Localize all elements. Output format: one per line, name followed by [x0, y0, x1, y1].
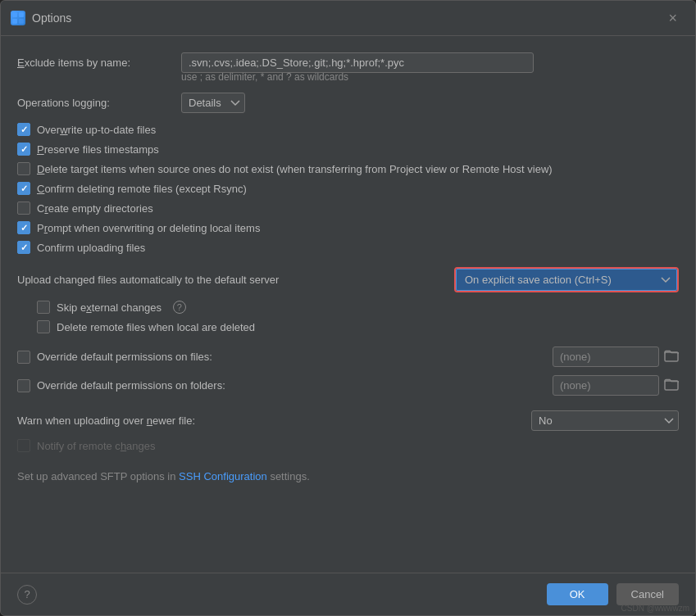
skip-external-help-icon[interactable]: ?	[173, 301, 186, 314]
checkbox-prompt: Prompt when overwriting or deleting loca…	[17, 221, 679, 234]
upload-label: Upload changed files automatically to th…	[17, 274, 454, 286]
svg-rect-1	[19, 12, 24, 17]
checkbox-delete-remote: Delete remote files when local are delet…	[17, 320, 679, 333]
close-button[interactable]: ×	[663, 9, 682, 27]
exclude-label: Exclude items by name:	[17, 57, 181, 69]
permissions-folders-input-wrap	[553, 375, 679, 396]
checkbox-overwrite-input[interactable]	[17, 123, 30, 136]
checkbox-skip-external-input[interactable]	[37, 301, 50, 314]
checkbox-overwrite: Overwrite up-to-date files	[17, 123, 679, 136]
svg-rect-2	[12, 19, 17, 24]
warn-select[interactable]: No Yes Ask	[531, 410, 679, 431]
checkbox-delete-target-input[interactable]	[17, 162, 30, 175]
checkbox-create-empty-input[interactable]	[17, 202, 30, 215]
checkbox-create-empty: Create empty directories	[17, 202, 679, 215]
checkbox-delete-target: Delete target items when source ones do …	[17, 162, 679, 175]
permissions-files-label: Override default permissions on files:	[37, 351, 212, 363]
permissions-folders-folder-icon[interactable]	[664, 378, 679, 394]
checkbox-notify: Notify of remote changes	[17, 439, 679, 452]
footer-buttons: OK Cancel	[547, 583, 679, 605]
dialog-title: Options	[32, 11, 71, 25]
permissions-files-folder-icon[interactable]	[664, 349, 679, 365]
upload-select-wrap: Never Always On explicit save action (Ct…	[454, 267, 679, 292]
checkbox-notify-input	[17, 439, 30, 452]
ssh-config-link[interactable]: SSH Configuration	[179, 470, 267, 482]
checkbox-confirm-deleting-input[interactable]	[17, 182, 30, 195]
upload-row: Upload changed files automatically to th…	[17, 267, 679, 292]
logging-label: Operations logging:	[17, 97, 181, 109]
permissions-files-row: Override default permissions on files:	[17, 346, 679, 367]
checkbox-preserve: Preserve files timestamps	[17, 143, 679, 156]
checkbox-confirm-uploading-input[interactable]	[17, 241, 30, 254]
permissions-folders-input[interactable]	[553, 375, 659, 396]
permissions-folders-row: Override default permissions on folders:	[17, 375, 679, 396]
checkbox-permissions-files[interactable]	[17, 351, 30, 364]
ok-button[interactable]: OK	[547, 583, 608, 605]
checkbox-confirm-deleting: Confirm deleting remote files (except Rs…	[17, 182, 679, 195]
logging-select-wrap: None Details All	[181, 93, 245, 113]
help-button[interactable]: ?	[17, 585, 37, 605]
exclude-input[interactable]	[181, 52, 534, 73]
svg-rect-0	[12, 12, 17, 17]
confirm-uploading-label: Confirm uploading files	[37, 242, 145, 254]
upload-select[interactable]: Never Always On explicit save action (Ct…	[456, 269, 677, 291]
permissions-files-input-wrap	[553, 346, 679, 367]
exclude-hint: use ; as delimiter, * and ? as wildcards	[181, 71, 679, 83]
checkbox-confirm-uploading: Confirm uploading files	[17, 241, 679, 254]
permissions-folders-label: Override default permissions on folders:	[37, 379, 225, 392]
checkbox-delete-remote-input[interactable]	[37, 320, 50, 333]
permissions-files-input[interactable]	[553, 346, 659, 367]
checkbox-permissions-folders[interactable]	[17, 379, 30, 392]
warn-row: Warn when uploading over newer file: No …	[17, 410, 679, 431]
checkbox-prompt-input[interactable]	[17, 221, 30, 234]
checkbox-skip-external: Skip external changes ?	[17, 301, 679, 314]
svg-rect-4	[665, 352, 678, 361]
watermark: CSDN @wwwwzm	[621, 604, 689, 613]
app-icon	[11, 11, 25, 25]
warn-select-wrap: No Yes Ask	[531, 410, 679, 431]
logging-select[interactable]: None Details All	[181, 93, 245, 113]
info-text: Set up advanced SFTP options in SSH Conf…	[17, 470, 679, 482]
svg-rect-5	[665, 381, 678, 390]
svg-rect-3	[19, 19, 24, 24]
checkbox-preserve-input[interactable]	[17, 143, 30, 156]
cancel-button[interactable]: Cancel	[616, 583, 679, 605]
